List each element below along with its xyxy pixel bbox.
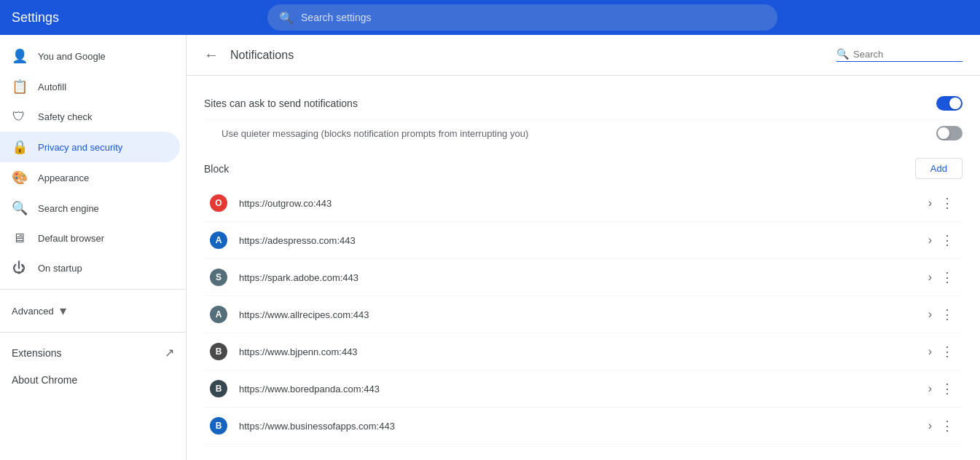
sidebar-divider-2 (0, 332, 186, 333)
settings-content: Sites can ask to send notifications Use … (187, 76, 980, 456)
app-title: Settings (12, 10, 59, 25)
table-row[interactable]: B https://www.boredpanda.com:443 › ⋮ (204, 370, 963, 408)
search-settings-input[interactable] (301, 12, 766, 23)
appearance-label: Appearance (38, 172, 89, 183)
add-button[interactable]: Add (915, 158, 963, 179)
more-options-icon[interactable]: ⋮ (938, 229, 957, 251)
sidebar-item-safety-check[interactable]: 🛡 Safety check (0, 102, 180, 132)
sites-can-ask-label: Sites can ask to send notifications (204, 98, 358, 109)
site-url: https://spark.adobe.com:443 (239, 272, 928, 283)
search-bar[interactable]: 🔍 (267, 4, 777, 31)
sidebar-item-appearance[interactable]: 🎨 Appearance (0, 162, 180, 193)
privacy-and-security-icon: 🔒 (12, 139, 26, 155)
top-bar: Settings 🔍 (0, 0, 980, 35)
notifications-title: Notifications (230, 49, 825, 62)
table-row[interactable]: B https://www.businessofapps.com:443 › ⋮ (204, 408, 963, 445)
extensions-label: Extensions (12, 347, 61, 359)
quieter-msg-label: Use quieter messaging (blocks notificati… (222, 128, 528, 139)
safety-check-icon: 🛡 (12, 109, 26, 124)
privacy-and-security-label: Privacy and security (38, 142, 122, 153)
quieter-msg-row: Use quieter messaging (blocks notificati… (204, 120, 963, 146)
appearance-icon: 🎨 (12, 170, 26, 186)
site-favicon: A (210, 306, 227, 323)
main-layout: 👤 You and Google 📋 Autofill 🛡 Safety che… (0, 35, 980, 460)
toggle-track-off (936, 126, 963, 140)
block-header: Block Add (204, 146, 963, 185)
search-engine-icon: 🔍 (12, 200, 26, 216)
notifications-header: ← Notifications 🔍 (187, 35, 980, 76)
sidebar-advanced-label: Advanced (12, 306, 54, 317)
header-search-icon: 🔍 (836, 48, 849, 60)
site-favicon: B (210, 417, 227, 435)
table-row[interactable]: A https://www.allrecipes.com:443 › ⋮ (204, 296, 963, 333)
chevron-right-icon: › (928, 271, 932, 284)
sidebar-item-advanced[interactable]: Advanced ▾ (0, 296, 186, 326)
toggle-thumb (949, 98, 961, 109)
you-and-google-label: You and Google (38, 51, 106, 62)
sidebar-item-default-browser[interactable]: 🖥 Default browser (0, 223, 180, 253)
external-link-icon: ↗ (165, 346, 174, 360)
chevron-right-icon: › (928, 345, 932, 358)
toggle-track-on (936, 96, 963, 111)
more-options-icon[interactable]: ⋮ (938, 415, 957, 437)
sidebar-item-autofill[interactable]: 📋 Autofill (0, 71, 180, 102)
site-favicon: S (210, 269, 227, 286)
sidebar-item-privacy-and-security[interactable]: 🔒 Privacy and security (0, 132, 180, 162)
autofill-icon: 📋 (12, 79, 26, 95)
site-favicon: A (210, 231, 227, 249)
chevron-right-icon: › (928, 382, 932, 395)
search-engine-label: Search engine (38, 203, 99, 214)
site-url: https://www.bjpenn.com:443 (239, 346, 928, 357)
quieter-msg-toggle[interactable] (936, 126, 963, 140)
chevron-right-icon: › (928, 308, 932, 321)
sidebar-item-on-startup[interactable]: ⏻ On startup (0, 253, 180, 283)
back-button[interactable]: ← (204, 47, 219, 63)
search-icon-top: 🔍 (279, 11, 294, 25)
sidebar-item-extensions[interactable]: Extensions ↗ (0, 338, 186, 367)
chevron-right-icon: › (928, 419, 932, 432)
more-options-icon[interactable]: ⋮ (938, 304, 957, 325)
site-url: https://www.businessofapps.com:443 (239, 421, 928, 432)
sidebar-divider (0, 289, 186, 290)
site-favicon: B (210, 380, 227, 397)
site-url: https://adespresso.com:443 (239, 235, 928, 246)
site-favicon: O (210, 194, 227, 212)
site-list: O https://outgrow.co:443 › ⋮ A https://a… (204, 185, 963, 445)
sidebar: 👤 You and Google 📋 Autofill 🛡 Safety che… (0, 35, 187, 460)
block-label: Block (204, 163, 229, 175)
default-browser-label: Default browser (38, 233, 104, 244)
table-row[interactable]: B https://www.bjpenn.com:443 › ⋮ (204, 333, 963, 370)
chevron-down-icon: ▾ (60, 303, 66, 319)
table-row[interactable]: O https://outgrow.co:443 › ⋮ (204, 185, 963, 222)
table-row[interactable]: A https://adespresso.com:443 › ⋮ (204, 222, 963, 259)
table-row[interactable]: S https://spark.adobe.com:443 › ⋮ (204, 259, 963, 296)
on-startup-icon: ⏻ (12, 261, 26, 276)
more-options-icon[interactable]: ⋮ (938, 378, 957, 400)
you-and-google-icon: 👤 (12, 48, 26, 64)
more-options-icon[interactable]: ⋮ (938, 192, 957, 214)
more-options-icon[interactable]: ⋮ (938, 341, 957, 362)
about-label: About Chrome (12, 374, 77, 386)
chevron-right-icon: › (928, 234, 932, 247)
site-url: https://outgrow.co:443 (239, 198, 928, 209)
site-url: https://www.allrecipes.com:443 (239, 309, 928, 320)
notifications-search-input[interactable] (853, 49, 963, 60)
chevron-right-icon: › (928, 197, 932, 210)
autofill-label: Autofill (38, 82, 66, 92)
sites-can-ask-row: Sites can ask to send notifications (204, 87, 963, 120)
sites-can-ask-toggle[interactable] (936, 96, 963, 111)
default-browser-icon: 🖥 (12, 231, 26, 246)
content-panel: ← Notifications 🔍 Sites can ask to send … (187, 35, 980, 460)
sidebar-item-about[interactable]: About Chrome (0, 367, 180, 393)
site-favicon: B (210, 343, 227, 360)
safety-check-label: Safety check (38, 111, 92, 122)
sidebar-item-search-engine[interactable]: 🔍 Search engine (0, 193, 180, 223)
sidebar-item-you-and-google[interactable]: 👤 You and Google (0, 41, 180, 71)
more-options-icon[interactable]: ⋮ (938, 266, 957, 288)
site-url: https://www.boredpanda.com:443 (239, 384, 928, 394)
header-search[interactable]: 🔍 (836, 48, 963, 62)
on-startup-label: On startup (38, 263, 82, 274)
toggle-thumb-off (938, 127, 949, 139)
